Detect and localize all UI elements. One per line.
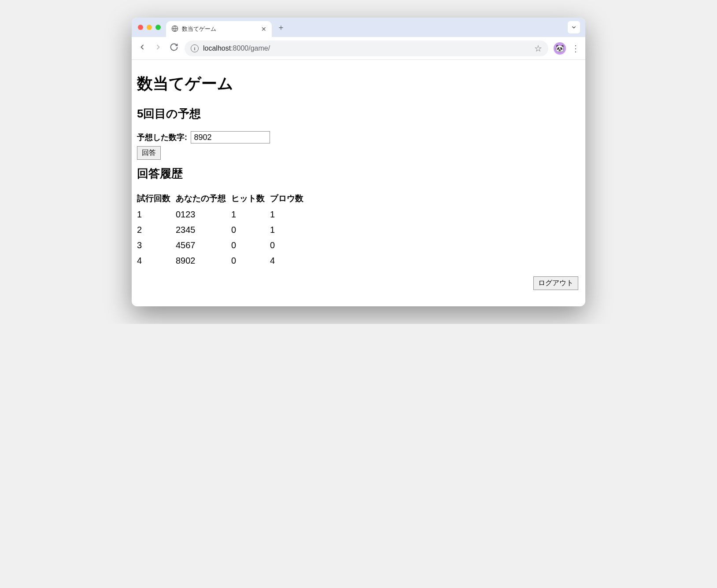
table-cell-guess: 0123 [176,207,231,222]
close-window-button[interactable] [138,25,143,30]
browser-tab[interactable]: 数当てゲーム ✕ [166,21,272,37]
col-blows: ブロウ数 [270,191,309,207]
guess-label: 予想した数字: [137,133,187,142]
window-controls [135,25,166,30]
site-info-icon[interactable]: i [191,44,199,52]
guess-form-row: 予想した数字: [137,131,580,143]
col-trial: 試行回数 [137,191,176,207]
address-bar[interactable]: i localhost:8000/game/ ☆ [185,40,548,56]
new-tab-button[interactable]: ＋ [277,22,285,33]
back-button[interactable] [137,43,148,54]
table-cell-blows: 0 [270,238,309,253]
table-cell-blows: 4 [270,253,309,268]
browser-window: 数当てゲーム ✕ ＋ i localhost:8000/game/ ☆ 🐼 ⋮ [132,18,585,306]
table-row: 3456700 [137,238,309,253]
table-cell-hits: 1 [231,207,270,222]
logout-button[interactable]: ログアウト [533,276,578,290]
history-header-row: 試行回数 あなたの予想 ヒット数 ブロウ数 [137,191,309,207]
tab-strip: 数当てゲーム ✕ ＋ [132,18,585,37]
tab-title: 数当てゲーム [182,25,258,33]
browser-toolbar: i localhost:8000/game/ ☆ 🐼 ⋮ [132,37,585,60]
history-table: 試行回数 あなたの予想 ヒット数 ブロウ数 101231122345013456… [137,191,309,268]
globe-icon [171,25,178,33]
browser-menu-button[interactable]: ⋮ [571,43,580,54]
table-cell-blows: 1 [270,207,309,222]
bookmark-star-icon[interactable]: ☆ [534,43,542,54]
table-cell-hits: 0 [231,253,270,268]
table-row: 1012311 [137,207,309,222]
guess-input[interactable] [191,131,270,143]
table-cell-guess: 4567 [176,238,231,253]
table-cell-trial: 3 [137,238,176,253]
tab-overflow-button[interactable] [568,21,580,33]
url-host: localhost [203,44,231,52]
table-row: 2234501 [137,222,309,238]
forward-button[interactable] [153,43,163,54]
col-guess: あなたの予想 [176,191,231,207]
table-cell-trial: 2 [137,222,176,238]
page-content: 数当てゲーム 5回目の予想 予想した数字: 回答 回答履歴 試行回数 あなたの予… [132,60,585,306]
table-cell-trial: 1 [137,207,176,222]
profile-avatar[interactable]: 🐼 [554,42,566,55]
logout-wrapper: ログアウト [137,276,580,290]
guess-heading: 5回目の予想 [137,106,580,121]
reload-button[interactable] [169,43,179,54]
submit-button[interactable]: 回答 [137,146,161,160]
table-cell-hits: 0 [231,222,270,238]
table-cell-blows: 1 [270,222,309,238]
table-cell-guess: 8902 [176,253,231,268]
close-tab-button[interactable]: ✕ [261,26,266,33]
page-title: 数当てゲーム [137,73,580,95]
maximize-window-button[interactable] [155,25,161,30]
history-heading: 回答履歴 [137,166,580,181]
table-cell-hits: 0 [231,238,270,253]
table-cell-guess: 2345 [176,222,231,238]
table-row: 4890204 [137,253,309,268]
url-text: localhost:8000/game/ [203,44,530,52]
col-hits: ヒット数 [231,191,270,207]
table-cell-trial: 4 [137,253,176,268]
url-path: 8000/game/ [233,44,270,52]
minimize-window-button[interactable] [147,25,152,30]
